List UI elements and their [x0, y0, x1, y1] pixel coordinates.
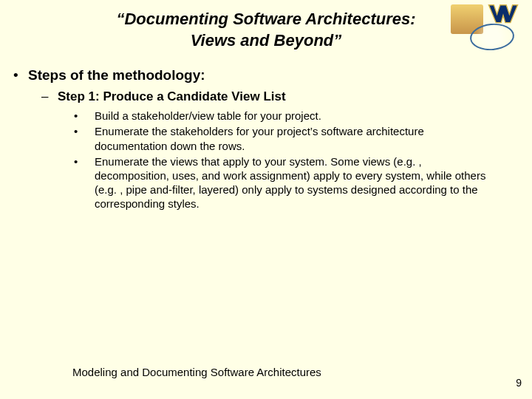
sub-bullet: Enumerate the stakeholders for your proj… [95, 124, 494, 152]
footer-text: Modeling and Documenting Software Archit… [72, 366, 321, 378]
wvu-logo-icon [488, 3, 519, 24]
heading-bullet: Steps of the methodology: [27, 67, 516, 83]
sub-bullet: Build a stakeholder/view table for your … [95, 109, 494, 123]
slide: “Documenting Software Architectures: Vie… [0, 0, 532, 399]
page-number: 9 [516, 377, 522, 389]
sub-bullet: Enumerate the views that apply to your s… [95, 154, 494, 211]
slide-title: “Documenting Software Architectures: Vie… [107, 9, 425, 51]
logo-area [451, 3, 519, 55]
step-title: Step 1: Produce a Candidate View List [58, 89, 516, 104]
